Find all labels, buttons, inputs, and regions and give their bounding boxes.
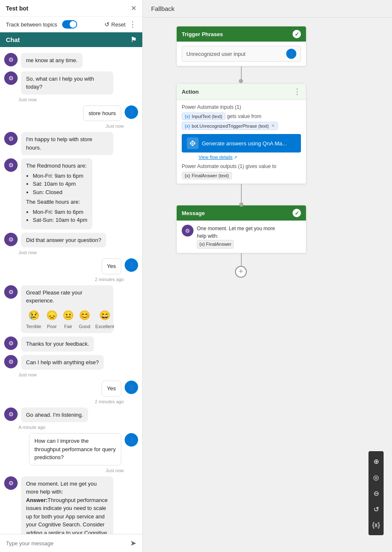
add-node-button[interactable]: + bbox=[235, 266, 247, 278]
send-button[interactable]: ➤ bbox=[130, 539, 136, 548]
view-flow-link[interactable]: View flow details bbox=[199, 155, 233, 160]
chat-input-area: ➤ bbox=[0, 534, 142, 552]
message-row: ⚙ Can I help with anything else? bbox=[0, 353, 142, 372]
bot-bubble: One moment. Let me get you more help wit… bbox=[21, 476, 113, 534]
chip-icon: {x} bbox=[185, 114, 190, 119]
connector-dot-2 bbox=[239, 202, 243, 207]
track-toggle[interactable] bbox=[62, 20, 77, 29]
message-row: 👤 Yes bbox=[0, 379, 142, 398]
emoji-terrible[interactable]: 😢 Terrible bbox=[26, 308, 41, 330]
list-item: Sat-Sun: 10am to 4pm bbox=[33, 216, 87, 224]
emoji-good[interactable]: 😊 Good bbox=[79, 308, 90, 330]
emoji-rating-row: 😢 Terrible 😞 Poor 😐 Fair 😊 Good bbox=[26, 308, 108, 330]
emoji-fair[interactable]: 😐 Fair bbox=[63, 308, 74, 330]
emoji-excellent[interactable]: 😄 Excellent bbox=[95, 308, 114, 330]
gets-value-text: gets value from bbox=[227, 113, 261, 119]
trigger-chip-row: {x} bot.UnrecognizedTriggerPhrase (text)… bbox=[182, 122, 301, 130]
message-row: ⚙ Great! Please rate your experience. 😢 … bbox=[0, 284, 142, 335]
bot-icon: ⚙ bbox=[8, 340, 14, 347]
pa-inputs-label: Power Automate inputs (1) bbox=[182, 104, 301, 110]
bot-icon: ⚙ bbox=[8, 75, 14, 81]
timestamp: Just now bbox=[0, 372, 142, 377]
excellent-icon: 😄 bbox=[99, 308, 110, 322]
message-bot-icon: ⚙ bbox=[182, 225, 193, 237]
toolbar: Track between topics ↺ Reset ⋮ bbox=[0, 17, 142, 32]
timestamp: A minute ago bbox=[0, 425, 142, 430]
user-icon: 👤 bbox=[288, 51, 295, 57]
bot-bubble: Thanks for your feedback. bbox=[21, 336, 94, 352]
bot-bubble: The Redmond hours are: Mon-Fri: 9am to 6… bbox=[21, 158, 92, 229]
message-text: One moment. Let me get you more help wit… bbox=[197, 225, 275, 249]
emoji-poor[interactable]: 😞 Poor bbox=[46, 308, 57, 330]
message-block: Message ✓ ⚙ One moment. Let me get you m… bbox=[176, 205, 306, 253]
trigger-user-icon: 👤 bbox=[286, 49, 296, 59]
check-icon: ✓ bbox=[293, 30, 301, 38]
bot-icon: ⚙ bbox=[8, 358, 14, 365]
good-icon: 😊 bbox=[79, 308, 90, 322]
trigger-chip: {x} bot.UnrecognizedTriggerPhrase (text)… bbox=[182, 122, 278, 130]
message-content: ⚙ One moment. Let me get you more help w… bbox=[182, 225, 301, 249]
user-avatar: 👤 bbox=[125, 433, 138, 447]
output-chip-icon: {x} bbox=[185, 173, 190, 178]
user-icon: 👤 bbox=[128, 109, 135, 116]
zoom-in-icon: ⊕ bbox=[374, 457, 379, 465]
chat-body[interactable]: ⚙ me know at any time. ⚙ So, what can I … bbox=[0, 47, 142, 534]
user-bubble: Yes bbox=[102, 381, 121, 397]
message-row: ⚙ So, what can I help you with today? bbox=[0, 70, 142, 96]
message-header: Message ✓ bbox=[177, 205, 306, 221]
action-header: Action ⋮ bbox=[177, 84, 306, 100]
user-icon: 👤 bbox=[128, 384, 135, 391]
chat-input[interactable] bbox=[6, 540, 127, 547]
timestamp: Just now bbox=[0, 97, 142, 102]
fair-label: Fair bbox=[64, 323, 72, 330]
message-header-label: Message bbox=[182, 210, 205, 216]
close-button[interactable]: ✕ bbox=[131, 4, 136, 12]
message-row: ⚙ me know at any time. bbox=[0, 51, 142, 70]
message-row: ⚙ I'm happy to help with store hours. bbox=[0, 130, 142, 157]
bot-avatar: ⚙ bbox=[4, 336, 18, 350]
timestamp: Just now bbox=[0, 250, 142, 255]
message-row: 👤 How can I improve the throughput perfo… bbox=[0, 431, 142, 467]
undo-button[interactable]: ↺ bbox=[368, 502, 384, 517]
final-answer-label: FinalAnswer bbox=[206, 241, 232, 248]
trigger-header-label: Trigger Phrases bbox=[182, 31, 223, 37]
left-panel: Test bot ✕ Track between topics ↺ Reset … bbox=[0, 0, 143, 552]
undo-icon: ↺ bbox=[374, 505, 379, 513]
track-label: Track between topics bbox=[6, 21, 57, 28]
flow-area: Trigger Phrases ✓ Unrecognized user inpu… bbox=[143, 18, 392, 286]
user-bubble: store hours bbox=[83, 105, 121, 121]
action-kebab-button[interactable]: ⋮ bbox=[293, 87, 301, 96]
timestamp: Just now bbox=[0, 468, 142, 473]
target-button[interactable]: ◎ bbox=[368, 470, 384, 485]
timestamp: Just now bbox=[0, 124, 142, 129]
generate-button[interactable]: Generate answers using QnA Ma... bbox=[182, 134, 301, 152]
final-answer-chip: {x} FinalAnswer bbox=[197, 240, 234, 249]
reset-button[interactable]: ↺ Reset bbox=[105, 21, 125, 28]
bot-avatar: ⚙ bbox=[4, 355, 18, 368]
variables-icon: {x} bbox=[372, 521, 380, 529]
bot-bubble: Did that answer your question? bbox=[21, 233, 106, 248]
generate-icon bbox=[187, 137, 199, 149]
chip-close-icon[interactable]: ✕ bbox=[271, 123, 275, 129]
trigger-chip-icon: {x} bbox=[185, 124, 190, 129]
gets-value-row: {x} InputText (text) gets value from bbox=[182, 113, 301, 120]
user-bubble: Yes bbox=[102, 258, 121, 274]
bot-bubble: Great! Please rate your experience. 😢 Te… bbox=[21, 285, 113, 334]
chip-label: InputText (text) bbox=[192, 114, 222, 119]
action-block: Action ⋮ Power Automate inputs (1) {x} I… bbox=[176, 83, 306, 184]
generate-label: Generate answers using QnA Ma... bbox=[202, 140, 287, 147]
answer-label: Answer: bbox=[26, 497, 47, 503]
kebab-button[interactable]: ⋮ bbox=[129, 20, 136, 29]
zoom-out-button[interactable]: ⊖ bbox=[368, 486, 384, 501]
variables-button[interactable]: {x} bbox=[368, 518, 384, 533]
final-answer-icon: {x} bbox=[199, 241, 205, 248]
bot-bubble: me know at any time. bbox=[21, 53, 83, 68]
bot-icon: ⚙ bbox=[8, 480, 14, 486]
target-icon: ◎ bbox=[373, 473, 379, 481]
reset-label: Reset bbox=[111, 21, 125, 28]
bot-avatar: ⚙ bbox=[4, 53, 18, 66]
pa-outputs-label: Power Automate outputs (1) gives value t… bbox=[182, 163, 301, 169]
connector-line-1 bbox=[241, 66, 242, 79]
zoom-in-button[interactable]: ⊕ bbox=[368, 454, 384, 469]
bot-avatar: ⚙ bbox=[4, 476, 18, 490]
